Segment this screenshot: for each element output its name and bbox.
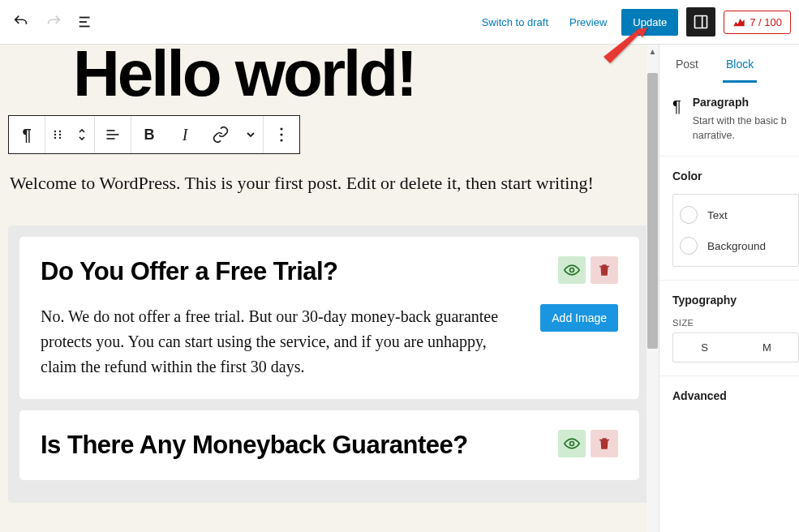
text-color-label: Text [707,209,728,221]
settings-panel-toggle[interactable] [686,7,715,36]
paragraph-block[interactable]: Welcome to WordPress. This is your first… [8,169,651,197]
more-formatting-button[interactable] [238,116,263,153]
editor-scrollbar[interactable]: ▲ [647,45,659,532]
main-area: Hello world! ¶ B I Welcome to WordPr [0,45,799,532]
bold-button[interactable]: B [131,116,167,153]
background-color-row[interactable]: Background [680,230,792,261]
delete-button[interactable] [591,256,618,284]
svg-point-8 [59,134,61,135]
faq-item: Is There Any Moneyback Guarantee? [19,410,639,479]
typography-section: Typography SIZE S M [659,281,799,376]
background-color-swatch [680,237,698,255]
svg-point-6 [59,131,61,132]
text-color-row[interactable]: Text [680,200,792,230]
toolbar-left [8,9,99,35]
faq-question[interactable]: Is There Any Moneyback Guarantee? [41,430,468,460]
move-up-down-button[interactable] [70,116,94,153]
toggle-visibility-button[interactable] [558,256,586,284]
advanced-heading: Advanced [672,389,799,402]
svg-point-18 [570,442,574,446]
typography-heading: Typography [672,294,799,307]
delete-button[interactable] [591,430,618,457]
block-toolbar: ¶ B I [8,115,300,154]
block-type-desc: Start with the basic b narrative. [693,114,799,143]
post-title[interactable]: Hello world! [8,45,651,111]
faq-actions [558,256,618,284]
svg-point-5 [54,131,56,132]
paragraph-icon: ¶ [22,126,31,144]
switch-to-draft-link[interactable]: Switch to draft [475,11,555,33]
block-type-button[interactable]: ¶ [9,116,45,153]
redo-button[interactable] [41,9,67,35]
svg-rect-11 [107,130,115,131]
advanced-section[interactable]: Advanced [659,376,799,415]
svg-rect-13 [107,138,115,139]
faq-item: Do You Offer a Free Trial? No. We do not… [19,237,639,399]
annotation-arrow-icon [599,26,649,68]
add-image-button[interactable]: Add Image [540,304,618,332]
svg-point-15 [280,133,282,135]
tab-block[interactable]: Block [723,45,757,83]
block-info-section: ¶ Paragraph Start with the basic b narra… [659,83,799,157]
options-button[interactable] [264,116,299,153]
svg-rect-0 [79,17,90,19]
italic-button[interactable]: I [167,116,203,153]
svg-point-14 [280,127,282,130]
text-color-swatch [680,206,698,224]
details-button[interactable] [73,9,99,35]
bold-icon: B [144,127,155,144]
tab-post[interactable]: Post [672,45,702,83]
size-label: SIZE [672,318,799,328]
background-color-label: Background [707,240,766,252]
scrollbar-thumb[interactable] [647,73,658,349]
color-heading: Color [672,169,799,182]
undo-button[interactable] [8,9,34,35]
drag-handle[interactable] [45,116,70,153]
svg-point-7 [54,134,56,135]
svg-point-10 [59,137,61,139]
size-m-button[interactable]: M [736,333,798,362]
svg-rect-1 [79,21,87,23]
svg-point-9 [54,137,56,139]
faq-actions [558,430,618,457]
sidebar-tabs: Post Block [659,45,799,83]
align-button[interactable] [95,116,131,153]
svg-rect-2 [79,26,90,28]
svg-point-17 [570,268,574,272]
link-button[interactable] [203,116,238,153]
seo-score-text: 7 / 100 [750,16,782,28]
faq-block: Do You Offer a Free Trial? No. We do not… [8,225,651,502]
italic-icon: I [183,126,188,144]
paragraph-icon: ¶ [672,97,681,116]
editor-canvas: Hello world! ¶ B I Welcome to WordPr [0,45,659,532]
svg-rect-3 [695,16,707,28]
settings-sidebar: Post Block ¶ Paragraph Start with the ba… [659,45,799,532]
svg-point-16 [280,139,282,141]
top-toolbar: Switch to draft Preview Update 7 / 100 [0,0,799,45]
seo-score-button[interactable]: 7 / 100 [724,11,791,34]
color-section: Color Text Background [659,157,799,281]
faq-question[interactable]: Do You Offer a Free Trial? [41,256,338,286]
svg-rect-12 [107,134,119,135]
size-s-button[interactable]: S [673,333,736,362]
faq-answer[interactable]: No. We do not offer a free trial. But ou… [41,304,526,380]
block-type-title: Paragraph [693,96,799,109]
toggle-visibility-button[interactable] [558,430,586,457]
